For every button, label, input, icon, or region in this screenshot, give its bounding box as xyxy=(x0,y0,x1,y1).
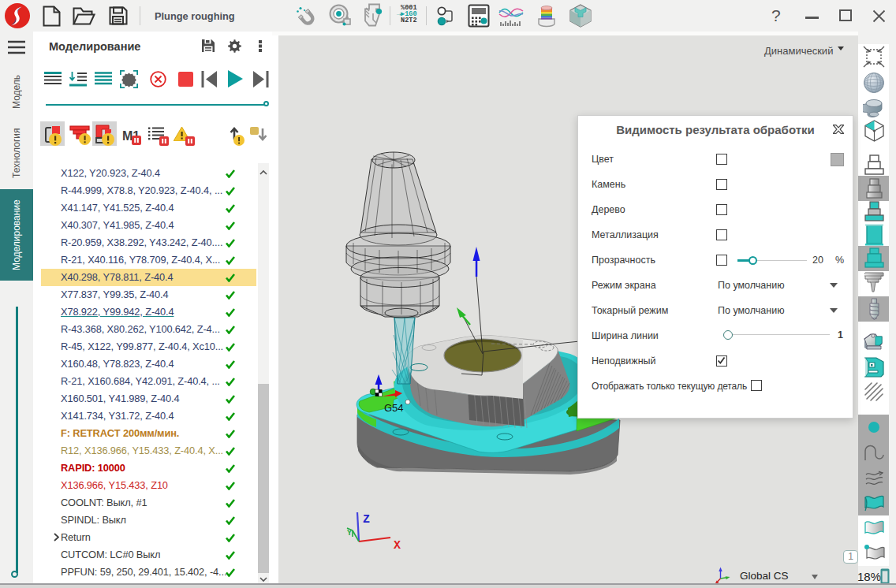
svg-text:Y: Y xyxy=(347,529,352,538)
svg-text:Z: Z xyxy=(363,513,370,527)
svg-text:G54: G54 xyxy=(384,402,404,414)
svg-text:X: X xyxy=(394,539,401,553)
